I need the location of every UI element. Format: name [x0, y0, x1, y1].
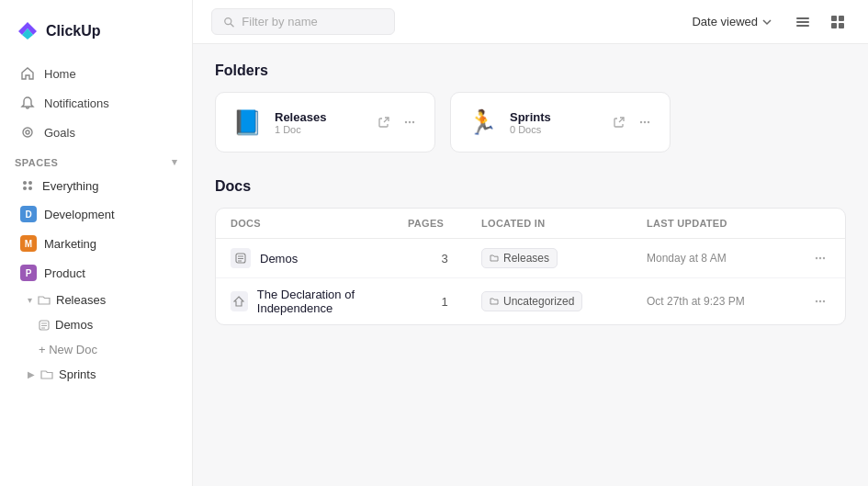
folder-card-releases[interactable]: 📘 Releases 1 Doc: [215, 92, 435, 153]
svg-rect-17: [831, 16, 837, 21]
logo-text: ClickUp: [46, 23, 101, 40]
grid-view-button[interactable]: [826, 10, 850, 34]
topbar: Date viewed: [193, 0, 868, 44]
location-badge-declaration: Uncategorized: [481, 291, 582, 311]
folder-name-sprints: Sprints: [510, 110, 551, 124]
sidebar-item-development[interactable]: D Development: [6, 200, 186, 228]
date-viewed-label: Date viewed: [692, 15, 758, 28]
folder-info-releases: Releases 1 Doc: [275, 110, 326, 135]
doc-last-updated-demos: Monday at 8 AM: [647, 252, 794, 265]
svg-marker-36: [234, 297, 243, 306]
svg-point-3: [26, 130, 29, 134]
doc-icon-demos: [231, 248, 251, 268]
col-pages: Pages: [408, 218, 481, 229]
nav-item-goals[interactable]: Goals: [6, 119, 186, 146]
folder-name-releases: Releases: [275, 110, 326, 124]
folder-meta-sprints: 0 Docs: [510, 124, 551, 135]
doc-location-declaration: Uncategorized: [481, 291, 647, 311]
doc-name-cell-demos: Demos: [231, 248, 408, 268]
list-view-button[interactable]: [791, 10, 815, 34]
nav-item-notifications[interactable]: Notifications: [6, 89, 186, 117]
svg-point-24: [412, 121, 414, 123]
sprints-label: Sprints: [59, 367, 96, 381]
spaces-section-header: Spaces ▾: [0, 147, 192, 172]
search-input[interactable]: [242, 15, 383, 28]
search-box[interactable]: [211, 8, 395, 35]
topbar-actions: Date viewed: [684, 10, 850, 34]
notifications-label: Notifications: [44, 96, 109, 110]
folders-section-title: Folders: [215, 62, 846, 79]
doc-name-declaration: The Declaration of Independence: [257, 288, 408, 315]
marketing-label: Marketing: [44, 237, 96, 251]
goals-label: Goals: [44, 126, 75, 140]
sidebar-new-doc-button[interactable]: + New Doc: [6, 338, 186, 361]
svg-point-38: [819, 300, 821, 302]
col-last-updated: Last Updated: [647, 218, 794, 229]
flag-icon: [20, 125, 35, 140]
product-avatar: P: [20, 265, 37, 281]
folder-card-sprints[interactable]: 🏃 Sprints 0 Docs: [450, 92, 671, 153]
logo-area: ClickUp: [0, 11, 192, 59]
doc-location-demos: Releases: [481, 248, 647, 268]
nav-item-home[interactable]: Home: [6, 60, 186, 87]
svg-point-28: [648, 121, 649, 123]
doc-more-button-demos[interactable]: [810, 248, 830, 268]
location-badge-demos: Releases: [481, 248, 558, 268]
folders-grid: 📘 Releases 1 Doc: [215, 92, 846, 153]
home-label: Home: [44, 67, 76, 81]
sidebar-item-releases[interactable]: ▾ Releases: [6, 288, 186, 311]
svg-point-39: [823, 300, 825, 302]
folder-card-right-releases: [374, 112, 420, 132]
product-label: Product: [44, 266, 85, 280]
doc-row-actions-demos: [794, 248, 830, 268]
docs-section-title: Docs: [215, 178, 846, 195]
folder-more-icon-sprints[interactable]: [635, 112, 655, 132]
search-icon: [223, 16, 234, 28]
folder-card-left-sprints: 🏃 Sprints 0 Docs: [466, 106, 551, 139]
doc-pages-demos: 3: [408, 252, 481, 266]
svg-rect-20: [839, 23, 844, 28]
chevron-down-icon: [761, 17, 772, 28]
table-row[interactable]: Demos 3 Releases Monday at 8 AM: [216, 239, 845, 278]
folder-info-sprints: Sprints 0 Docs: [510, 110, 551, 135]
folder-more-icon-releases[interactable]: [400, 112, 420, 132]
development-avatar: D: [20, 206, 37, 222]
folder-card-right-sprints: [609, 112, 655, 132]
doc-pages-declaration: 1: [408, 295, 481, 309]
folder-icon: [38, 294, 51, 307]
table-row[interactable]: The Declaration of Independence 1 Uncate…: [216, 278, 845, 324]
sprints-chevron-icon: ▶: [28, 369, 35, 379]
folder-meta-releases: 1 Doc: [275, 124, 326, 135]
sidebar-item-everything[interactable]: Everything: [6, 173, 186, 198]
svg-point-34: [819, 257, 821, 259]
svg-point-2: [23, 128, 32, 137]
doc-last-updated-declaration: Oct 27th at 9:23 PM: [647, 295, 794, 308]
doc-icon: [39, 320, 50, 331]
everything-icon: [20, 178, 35, 193]
doc-row-actions-declaration: [794, 291, 830, 311]
grid-view-icon: [829, 14, 846, 30]
svg-rect-14: [796, 17, 809, 19]
spaces-chevron-icon[interactable]: ▾: [172, 156, 178, 168]
sidebar-item-demos[interactable]: Demos: [6, 313, 186, 336]
folder-link-icon-releases[interactable]: [374, 112, 394, 132]
docs-table-header: Docs Pages Located In Last Updated: [216, 209, 845, 239]
sidebar-item-product[interactable]: P Product: [6, 259, 186, 287]
svg-point-22: [405, 121, 407, 123]
home-icon: [20, 66, 35, 81]
svg-point-5: [28, 181, 32, 185]
folder-card-left-releases: 📘 Releases 1 Doc: [231, 106, 326, 139]
sprints-folder-icon: [40, 368, 53, 381]
sidebar-item-marketing[interactable]: M Marketing: [6, 230, 186, 257]
col-docs: Docs: [231, 218, 408, 229]
folder-link-icon-sprints[interactable]: [609, 112, 629, 132]
svg-rect-18: [839, 16, 844, 21]
doc-more-button-declaration[interactable]: [810, 291, 830, 311]
svg-point-4: [23, 181, 27, 185]
svg-rect-16: [796, 25, 809, 27]
sidebar-item-sprints[interactable]: ▶ Sprints: [6, 363, 186, 386]
svg-line-13: [231, 23, 234, 27]
list-view-icon: [795, 14, 811, 30]
doc-name-cell-declaration: The Declaration of Independence: [231, 288, 408, 315]
date-viewed-button[interactable]: Date viewed: [684, 11, 780, 32]
